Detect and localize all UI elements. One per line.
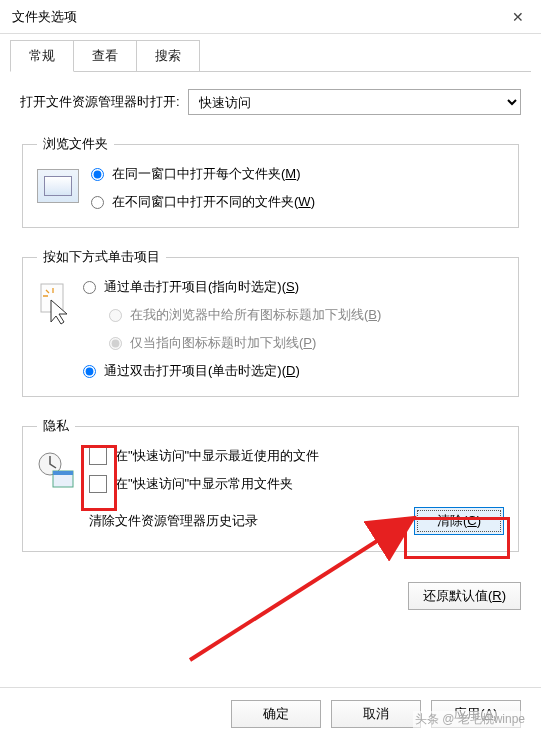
radio-browser-underline: 在我的浏览器中给所有图标标题加下划线(B)	[109, 306, 504, 324]
radio-browser-underline-input	[109, 309, 122, 322]
open-with-label: 打开文件资源管理器时打开:	[20, 93, 180, 111]
check-frequent-folders[interactable]: 在"快速访问"中显示常用文件夹	[89, 475, 504, 493]
privacy-icon	[37, 451, 77, 491]
click-legend: 按如下方式单击项目	[37, 248, 166, 266]
radio-single-click-input[interactable]	[83, 281, 96, 294]
check-recent-files[interactable]: 在"快速访问"中显示最近使用的文件	[89, 447, 504, 465]
open-with-select[interactable]: 快速访问	[188, 89, 521, 115]
radio-single-click[interactable]: 通过单击打开项目(指向时选定)(S)	[83, 278, 504, 296]
radio-same-window[interactable]: 在同一窗口中打开每个文件夹(M)	[91, 165, 315, 183]
restore-defaults-button[interactable]: 还原默认值(R)	[408, 582, 521, 610]
group-privacy: 隐私 在"快速访问"中显示最近使用的文件 在"快速访问"中显示常用文件夹	[22, 417, 519, 552]
radio-new-window[interactable]: 在不同窗口中打开不同的文件夹(W)	[91, 193, 315, 211]
tab-content: 打开文件资源管理器时打开: 快速访问 浏览文件夹 在同一窗口中打开每个文件夹(M…	[0, 73, 541, 582]
window-title: 文件夹选项	[12, 8, 77, 26]
radio-double-click-input[interactable]	[83, 365, 96, 378]
checkbox-recent-files[interactable]	[89, 447, 107, 465]
browse-legend: 浏览文件夹	[37, 135, 114, 153]
tab-search[interactable]: 搜索	[136, 40, 200, 72]
apply-button[interactable]: 应用(A)	[431, 700, 521, 728]
cursor-click-icon	[37, 282, 71, 326]
close-button[interactable]: ✕	[495, 0, 541, 34]
radio-double-click[interactable]: 通过双击打开项目(单击时选定)(D)	[83, 362, 504, 380]
folder-icon	[37, 169, 79, 203]
radio-new-window-input[interactable]	[91, 196, 104, 209]
tab-general[interactable]: 常规	[10, 40, 74, 72]
tab-view[interactable]: 查看	[73, 40, 137, 72]
radio-point-underline-input	[109, 337, 122, 350]
dialog-footer: 确定 取消 应用(A)	[0, 687, 541, 740]
ok-button[interactable]: 确定	[231, 700, 321, 728]
radio-point-underline: 仅当指向图标标题时加下划线(P)	[109, 334, 504, 352]
title-bar: 文件夹选项 ✕	[0, 0, 541, 34]
group-browse-folders: 浏览文件夹 在同一窗口中打开每个文件夹(M) 在不同窗口中打开不同的文件夹(W)	[22, 135, 519, 228]
cancel-button[interactable]: 取消	[331, 700, 421, 728]
checkbox-frequent-folders[interactable]	[89, 475, 107, 493]
privacy-legend: 隐私	[37, 417, 75, 435]
group-click-items: 按如下方式单击项目 通过单击打开项目(指向时选定)(S) 在我的浏览器中给所有	[22, 248, 519, 397]
svg-rect-3	[53, 471, 73, 475]
clear-button[interactable]: 清除(C)	[414, 507, 504, 535]
clear-history-label: 清除文件资源管理器历史记录	[89, 512, 258, 530]
tabs: 常规 查看 搜索	[0, 34, 541, 72]
radio-same-window-input[interactable]	[91, 168, 104, 181]
